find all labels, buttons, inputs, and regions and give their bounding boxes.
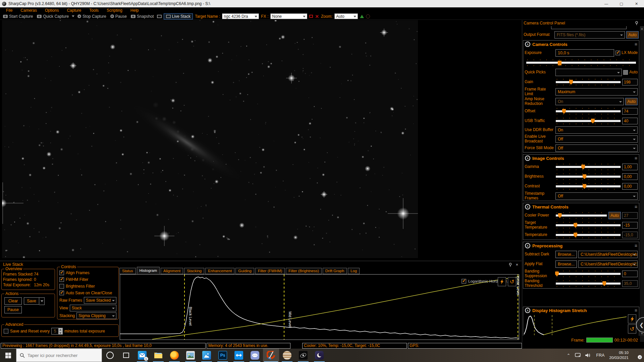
save-button[interactable]: Save	[24, 297, 39, 305]
frame-rate-select[interactable]: Maximum	[555, 88, 638, 96]
gain-value[interactable]: 198	[622, 79, 638, 85]
close-button[interactable]: ✕	[629, 0, 644, 7]
pin-icon[interactable]	[635, 21, 639, 25]
collapse-icon[interactable]: ∧	[525, 243, 530, 248]
contrast-value[interactable]: 0,00	[622, 183, 638, 190]
pin-icon[interactable]	[508, 263, 512, 267]
raw-frames-select[interactable]: Save Stacked	[84, 297, 116, 304]
quick-picks-auto-checkbox[interactable]	[623, 70, 628, 75]
tab-drift-graph[interactable]: Drift Graph	[323, 268, 347, 274]
brightness-filter-checkbox[interactable]	[59, 284, 64, 289]
target-temp-slider[interactable]	[556, 222, 620, 229]
section-menu-icon[interactable]: ≡	[635, 243, 637, 248]
taskbar-app-photoshop[interactable]: Ps	[215, 349, 231, 362]
taskbar-app-photos[interactable]	[199, 349, 215, 362]
amp-noise-select[interactable]: On	[555, 98, 624, 105]
view-select[interactable]: Stack	[70, 305, 116, 311]
target-temp-value[interactable]: -15	[622, 222, 638, 229]
log-axis-checkbox[interactable]	[462, 279, 466, 284]
minimize-button[interactable]: —	[599, 0, 614, 7]
taskbar-app-sharpcap[interactable]	[263, 349, 279, 362]
save-reset-checkbox[interactable]	[4, 329, 8, 334]
autosave-checkbox[interactable]	[59, 291, 64, 295]
tab-filter-brightness[interactable]: Filter (Brightness)	[286, 268, 322, 274]
exposure-input[interactable]: 10,0 s	[555, 49, 614, 57]
section-menu-icon[interactable]: ≡	[635, 204, 637, 209]
contrast-slider[interactable]	[556, 183, 620, 190]
usb-traffic-slider[interactable]	[556, 117, 620, 125]
target-name-select[interactable]: ngc 4236 Dra	[222, 13, 259, 19]
save-dropdown-icon[interactable]	[39, 297, 45, 305]
close-dock-icon[interactable]: ×	[516, 262, 518, 267]
apply-flat-browse-button[interactable]: Browse...	[555, 260, 577, 268]
broadcast-select[interactable]: Off	[555, 135, 638, 143]
tab-enhancement[interactable]: Enhancement	[205, 268, 234, 274]
banding-threshold-slider[interactable]	[556, 280, 620, 287]
taskbar-app-photo-viewer[interactable]	[182, 349, 199, 362]
usb-traffic-value[interactable]: 40	[622, 118, 638, 124]
reticle-icon[interactable]	[366, 14, 370, 18]
collapse-icon[interactable]: ∧	[525, 42, 530, 47]
banding-suppression-value[interactable]: 0	[622, 270, 638, 277]
volume-icon[interactable]	[585, 353, 591, 358]
search-input[interactable]	[28, 353, 95, 358]
cooler-power-slider[interactable]	[556, 212, 606, 219]
brightness-value[interactable]: 0,00	[622, 173, 638, 180]
collapse-icon[interactable]: ∧	[525, 156, 530, 161]
menu-tools[interactable]: Tools	[86, 8, 102, 13]
taskbar-app-stellarium[interactable]	[311, 349, 327, 362]
histogram-peak-icon[interactable]	[360, 15, 364, 18]
collapse-icon[interactable]: ∧	[525, 308, 530, 313]
tab-histogram[interactable]: Histogram	[137, 267, 160, 274]
tray-expand-icon[interactable]: ⌃	[567, 353, 571, 358]
fwhm-filter-checkbox[interactable]	[59, 277, 64, 282]
clear-button[interactable]: Clear	[4, 297, 22, 305]
menu-help[interactable]: Help	[127, 8, 142, 13]
gamma-value[interactable]: 1,00	[622, 164, 638, 170]
section-menu-icon[interactable]: ≡	[635, 156, 637, 161]
auto-stretch-button[interactable]	[628, 314, 636, 323]
minutes-stepper[interactable]: 5	[51, 328, 63, 335]
exposure-slider[interactable]	[527, 59, 636, 66]
selection-area-icon[interactable]	[309, 15, 313, 18]
pause-stack-button[interactable]: Pause	[4, 306, 22, 313]
tab-guiding[interactable]: Guiding	[235, 268, 254, 274]
monitor-icon[interactable]	[157, 15, 162, 18]
menu-file[interactable]: File	[3, 8, 16, 13]
menu-capture[interactable]: Capture	[63, 8, 85, 13]
output-format-select[interactable]: FITS files (*.fits)	[554, 31, 625, 39]
offset-value[interactable]: 74	[622, 108, 638, 115]
taskbar-app-explorer[interactable]	[150, 349, 166, 362]
language-indicator[interactable]: FRA	[596, 353, 604, 358]
quick-picks-select[interactable]	[555, 69, 622, 76]
lx-mode-checkbox[interactable]	[615, 51, 620, 55]
gain-slider[interactable]	[556, 78, 620, 86]
cortana-button[interactable]	[102, 349, 118, 362]
tab-log[interactable]: Log	[348, 268, 360, 274]
output-format-auto-button[interactable]: Auto	[626, 31, 639, 39]
timestamp-select[interactable]: Off	[555, 192, 638, 200]
subtract-dark-path-select[interactable]: C:\Users\SharkFleet\Desktop\dark..	[578, 251, 638, 258]
ddr-select[interactable]: On	[555, 126, 638, 134]
clock[interactable]: 05:10 20/03/2021	[609, 350, 629, 360]
zoom-select[interactable]: Auto	[334, 13, 358, 19]
offset-slider[interactable]	[556, 108, 620, 115]
taskbar-app-winjupos[interactable]	[279, 349, 295, 362]
cooler-auto-button[interactable]: Auto	[608, 212, 621, 219]
tray-display-icon[interactable]	[575, 353, 581, 358]
start-capture-button[interactable]: Start Capture	[2, 14, 34, 19]
quick-capture-button[interactable]: Quick Capture	[36, 14, 70, 19]
menu-cameras[interactable]: Cameras	[17, 8, 40, 13]
amp-noise-auto-button[interactable]: Auto	[625, 98, 638, 105]
notification-center-icon[interactable]: 4	[633, 352, 641, 358]
panel-scrollbar[interactable]: ▲ ▼	[640, 26, 644, 342]
snapshot-button[interactable]: Snapshot	[130, 14, 155, 19]
apply-flat-path-select[interactable]: C:\Users\SharkFleet\Desktop\21_2..	[578, 260, 638, 268]
live-stack-button[interactable]: Live Stack	[164, 13, 193, 19]
tab-filter-fwhm[interactable]: Filter (FWHM)	[255, 268, 285, 274]
pause-button[interactable]: Pause	[109, 14, 128, 19]
task-view-button[interactable]	[118, 349, 134, 362]
taskbar-app-discord[interactable]	[247, 349, 263, 362]
taskbar-app-mail[interactable]: 1	[134, 349, 150, 362]
menu-scripting[interactable]: Scripting	[103, 8, 126, 13]
